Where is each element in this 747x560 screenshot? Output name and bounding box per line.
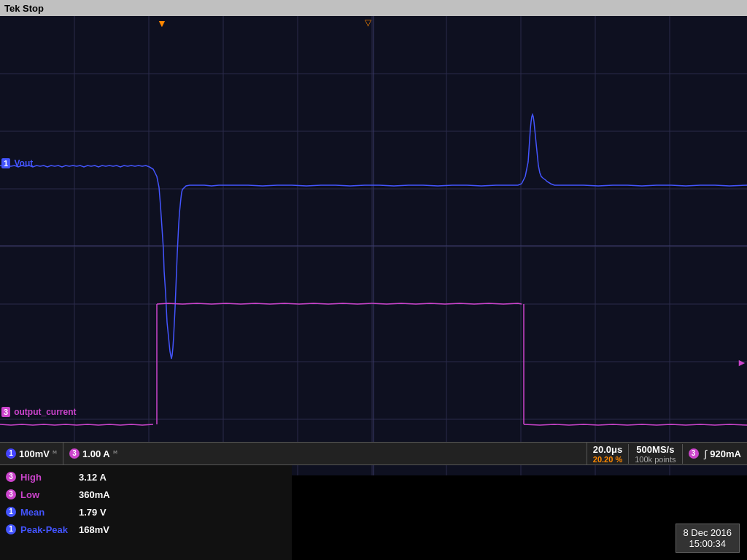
waveform-svg: ► (0, 16, 747, 475)
ch1-signal-name: Vout (14, 158, 33, 168)
trigger-ch-indicator: 3 (689, 448, 699, 459)
measurement-row-mean: 1 Mean 1.79 V (6, 503, 286, 521)
top-bar: Tek Stop (0, 0, 747, 16)
meas-mean-value: 1.79 V (79, 507, 107, 518)
trigger-section: 3 ∫ 920mA (683, 448, 747, 459)
meas-mean-label: Mean (20, 507, 79, 518)
meas-high-label: High (20, 472, 79, 483)
measurements-panel: 3 High 3.12 A 3 Low 360mA 1 Mean 1.79 V … (0, 465, 292, 560)
measurement-row-high: 3 High 3.12 A (6, 468, 286, 486)
sample-rate-value: 500MS/s (636, 444, 674, 455)
status-bar: 1 100mV ᴹ 3 1.00 A ᴹ 20.0μs 20.20 % 500M… (0, 442, 747, 465)
ch3-scale-section: 3 1.00 A ᴹ (63, 443, 587, 464)
ch1-channel-label: 1 Vout (1, 158, 33, 168)
ch1-scale-symbol: ᴹ (53, 449, 57, 459)
ch3-scale-value: 1.00 A (82, 448, 110, 459)
meas-peakpeak-value: 168mV (79, 524, 109, 535)
ch1-scale-value: 100mV (19, 448, 50, 459)
time-div-value: 20.0μs (593, 444, 623, 455)
meas-low-value: 360mA (79, 489, 110, 500)
meas-ch1-indicator-mean: 1 (6, 507, 16, 517)
brand-name: Tek (4, 3, 20, 14)
ch3-channel-label: 3 output_current (1, 407, 77, 417)
waveform-area: ▼ ▽ ► 1 Vout 3 output_ (0, 16, 747, 475)
meas-ch3-indicator-high: 3 (6, 472, 16, 482)
status-label: Stop (23, 3, 44, 14)
meas-ch3-indicator-low: 3 (6, 489, 16, 499)
meas-low-label: Low (20, 489, 79, 500)
trigger-marker-1: ▼ (157, 18, 167, 29)
brand-status-label: Tek Stop (4, 3, 44, 14)
trigger-type-icon: ∫ (705, 448, 708, 459)
ch3-scale-symbol: ᴹ (113, 449, 117, 459)
meas-high-value: 3.12 A (79, 472, 107, 483)
ch1-indicator: 1 (6, 448, 16, 459)
meas-peakpeak-label: Peak-Peak (20, 524, 79, 535)
measurement-row-peakpeak: 1 Peak-Peak 168mV (6, 521, 286, 538)
ch3-indicator: 3 (69, 448, 80, 459)
svg-text:►: ► (737, 357, 747, 368)
ch1-scale-section: 1 100mV ᴹ (0, 443, 63, 464)
record-length-value: 100k points (635, 455, 676, 464)
timebase-section: 20.0μs 20.20 % (587, 444, 630, 464)
measurement-row-low: 3 Low 360mA (6, 486, 286, 503)
sample-rate-section: 500MS/s 100k points (629, 444, 682, 464)
datetime-box: 8 Dec 2016 15:00:34 (676, 524, 740, 553)
trigger-marker-2: ▽ (365, 18, 371, 28)
meas-ch1-indicator-pp: 1 (6, 524, 16, 534)
trigger-level-value: 920mA (710, 448, 741, 459)
duty-cycle-value: 20.20 % (593, 455, 622, 464)
time-display: 15:00:34 (684, 538, 732, 549)
oscilloscope-screen: Tek Stop (0, 0, 747, 560)
ch3-signal-name: output_current (14, 407, 76, 417)
date-display: 8 Dec 2016 (684, 527, 732, 538)
